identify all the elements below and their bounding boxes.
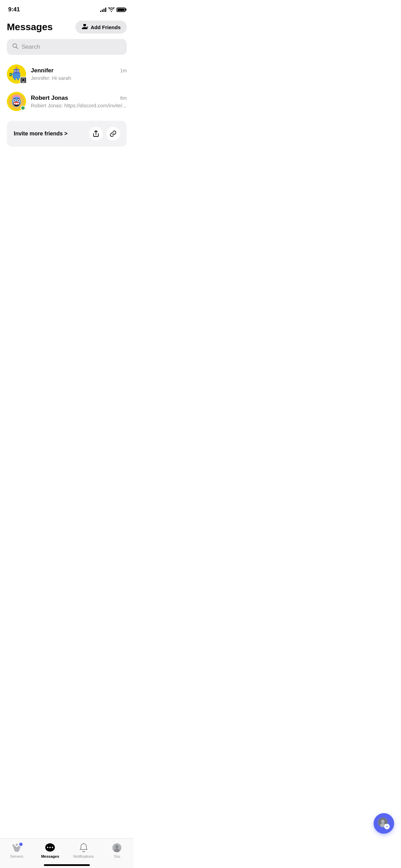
svg-rect-17 [10,74,11,75]
status-icons [100,7,125,12]
share-icon [93,130,99,137]
invite-card[interactable]: Invite more friends > [7,121,127,147]
invite-text: Invite more friends > [14,131,68,137]
invite-actions [89,127,120,141]
contact-name-jennifer: Jennifer [31,67,53,74]
svg-rect-13 [14,78,16,80]
add-friends-button[interactable]: + Add Friends [75,21,127,34]
status-time: 9:41 [8,6,20,13]
signal-icon [100,7,106,12]
message-preview-robert: Robert Jonas: https://discord.com/invite… [31,103,127,108]
svg-point-9 [17,71,18,71]
add-friends-label: Add Friends [90,24,121,30]
svg-rect-23 [14,103,15,105]
battery-icon [117,8,125,12]
status-bar: 9:41 [0,0,134,17]
message-time-robert: 6m [120,95,127,101]
online-status-dot [21,106,25,110]
add-friend-icon: + [82,24,88,30]
search-bar[interactable]: Search [7,39,127,55]
message-preview-jennifer: Jennifer: Hi sarah [31,75,127,81]
conversation-robert[interactable]: Robert Jonas 6m Robert Jonas: https://di… [0,88,134,115]
svg-point-29 [18,100,19,101]
copy-link-button[interactable] [106,127,120,141]
conversation-jennifer[interactable]: Jennifer 1m Jennifer: Hi sarah [0,60,134,88]
svg-point-28 [14,100,15,101]
search-icon [12,43,18,51]
message-top-jennifer: Jennifer 1m [31,67,127,74]
svg-point-8 [15,71,15,71]
link-icon [110,130,117,137]
svg-text:+: + [86,25,88,29]
svg-line-2 [16,47,18,49]
avatar-jennifer-wrap [7,64,26,84]
svg-rect-12 [15,73,18,73]
header: Messages + Add Friends [0,17,134,39]
device-status-badge [20,77,27,84]
message-content-robert: Robert Jonas 6m Robert Jonas: https://di… [31,95,127,108]
contact-name-robert: Robert Jonas [31,95,68,101]
svg-point-11 [16,67,17,68]
svg-rect-25 [17,103,19,105]
messages-list: Jennifer 1m Jennifer: Hi sarah [0,58,134,118]
message-top-robert: Robert Jonas 6m [31,95,127,101]
share-button[interactable] [89,127,103,141]
wifi-icon [108,7,114,12]
svg-rect-24 [16,103,17,105]
page-title: Messages [7,22,53,33]
message-time-jennifer: 1m [120,68,127,73]
search-placeholder: Search [22,44,40,50]
search-container: Search [0,39,134,58]
avatar-robert-wrap [7,92,26,111]
svg-rect-14 [17,78,19,80]
message-content-jennifer: Jennifer 1m Jennifer: Hi sarah [31,67,127,81]
